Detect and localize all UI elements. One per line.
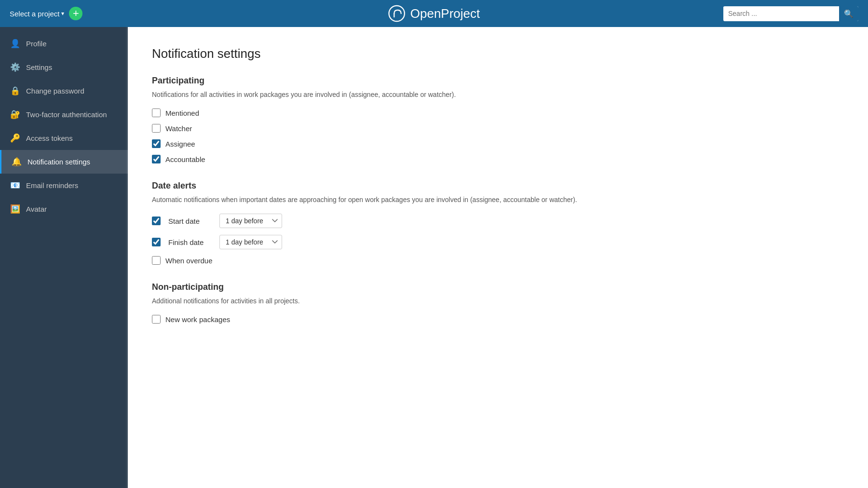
sidebar-label-access-tokens: Access tokens xyxy=(26,134,73,142)
settings-icon: ⚙️ xyxy=(10,62,20,72)
header-left: Select a project ▾ + xyxy=(10,7,82,20)
page-title: Notification settings xyxy=(152,46,844,61)
watcher-label: Watcher xyxy=(165,124,192,133)
accountable-row: Accountable xyxy=(152,155,844,163)
participating-description: Notifications for all activities in work… xyxy=(152,90,844,100)
assignee-checkbox[interactable] xyxy=(152,139,161,148)
date-alerts-section: Date alerts Automatic notifications when… xyxy=(152,181,844,265)
sidebar-label-change-password: Change password xyxy=(26,87,84,95)
logo-text: OpenProject xyxy=(410,6,480,21)
mentioned-checkbox[interactable] xyxy=(152,108,161,117)
sidebar-label-avatar: Avatar xyxy=(26,205,47,213)
finish-date-dropdown[interactable]: 1 day before2 days before3 days before1 … xyxy=(219,235,282,249)
start-date-row: Start date 1 day before2 days before3 da… xyxy=(152,214,844,228)
search-button[interactable]: 🔍 xyxy=(839,6,858,21)
chevron-down-icon: ▾ xyxy=(61,10,64,17)
notification-settings-icon: 🔔 xyxy=(11,157,22,167)
participating-section: Participating Notifications for all acti… xyxy=(152,76,844,163)
profile-icon: 👤 xyxy=(10,39,20,49)
sidebar-label-two-factor: Two-factor authentication xyxy=(26,110,107,119)
change-password-icon: 🔒 xyxy=(10,86,20,96)
app-header: Select a project ▾ + OpenProject 🔍 xyxy=(0,0,868,27)
new-work-packages-row: New work packages xyxy=(152,315,844,324)
mentioned-row: Mentioned xyxy=(152,108,844,117)
search-input[interactable] xyxy=(723,7,839,20)
layout: 👤 Profile ⚙️ Settings 🔒 Change password … xyxy=(0,27,868,488)
access-tokens-icon: 🔑 xyxy=(10,133,20,143)
sidebar-item-avatar[interactable]: 🖼️ Avatar xyxy=(0,197,128,221)
start-date-checkbox[interactable] xyxy=(152,217,161,225)
finish-date-checkbox[interactable] xyxy=(152,238,161,246)
project-selector[interactable]: Select a project ▾ xyxy=(10,10,64,18)
non-participating-section: Non-participating Additional notificatio… xyxy=(152,282,844,324)
search-box: 🔍 xyxy=(723,6,858,21)
logo-icon xyxy=(388,5,406,22)
when-overdue-row: When overdue xyxy=(152,256,844,265)
mentioned-label: Mentioned xyxy=(165,109,199,117)
sidebar-item-settings[interactable]: ⚙️ Settings xyxy=(0,55,128,79)
main-content: Notification settings Participating Noti… xyxy=(128,27,868,488)
add-project-button[interactable]: + xyxy=(69,7,82,20)
sidebar-item-access-tokens[interactable]: 🔑 Access tokens xyxy=(0,126,128,150)
search-icon: 🔍 xyxy=(844,9,854,18)
sidebar-label-email-reminders: Email reminders xyxy=(26,181,78,190)
project-selector-label: Select a project xyxy=(10,10,59,18)
app-logo: OpenProject xyxy=(388,5,480,22)
sidebar-resizer[interactable] xyxy=(126,27,128,488)
when-overdue-checkbox[interactable] xyxy=(152,256,161,265)
sidebar-item-notification-settings[interactable]: 🔔 Notification settings xyxy=(0,150,128,174)
sidebar-label-notification-settings: Notification settings xyxy=(27,158,90,166)
accountable-label: Accountable xyxy=(165,155,205,163)
date-alerts-title: Date alerts xyxy=(152,181,844,191)
watcher-row: Watcher xyxy=(152,124,844,133)
non-participating-description: Additional notifications for activities … xyxy=(152,296,844,306)
participating-title: Participating xyxy=(152,76,844,86)
new-work-packages-label: New work packages xyxy=(165,315,230,324)
avatar-icon: 🖼️ xyxy=(10,204,20,214)
non-participating-title: Non-participating xyxy=(152,282,844,292)
start-date-dropdown[interactable]: 1 day before2 days before3 days before1 … xyxy=(219,214,282,228)
finish-date-row: Finish date 1 day before2 days before3 d… xyxy=(152,235,844,249)
assignee-row: Assignee xyxy=(152,139,844,148)
sidebar-label-profile: Profile xyxy=(26,40,47,48)
assignee-label: Assignee xyxy=(165,140,195,148)
date-alerts-description: Automatic notifications when important d… xyxy=(152,195,844,205)
two-factor-icon: 🔐 xyxy=(10,109,20,120)
start-date-label: Start date xyxy=(168,217,212,225)
email-reminders-icon: 📧 xyxy=(10,180,20,190)
new-work-packages-checkbox[interactable] xyxy=(152,315,161,324)
sidebar-item-profile[interactable]: 👤 Profile xyxy=(0,32,128,55)
sidebar-item-email-reminders[interactable]: 📧 Email reminders xyxy=(0,174,128,197)
when-overdue-label: When overdue xyxy=(165,257,213,265)
watcher-checkbox[interactable] xyxy=(152,124,161,133)
sidebar-item-change-password[interactable]: 🔒 Change password xyxy=(0,79,128,103)
sidebar-item-two-factor[interactable]: 🔐 Two-factor authentication xyxy=(0,103,128,126)
sidebar-label-settings: Settings xyxy=(26,63,52,71)
accountable-checkbox[interactable] xyxy=(152,155,161,163)
finish-date-label: Finish date xyxy=(168,238,212,246)
svg-point-0 xyxy=(389,6,405,21)
sidebar: 👤 Profile ⚙️ Settings 🔒 Change password … xyxy=(0,27,128,488)
